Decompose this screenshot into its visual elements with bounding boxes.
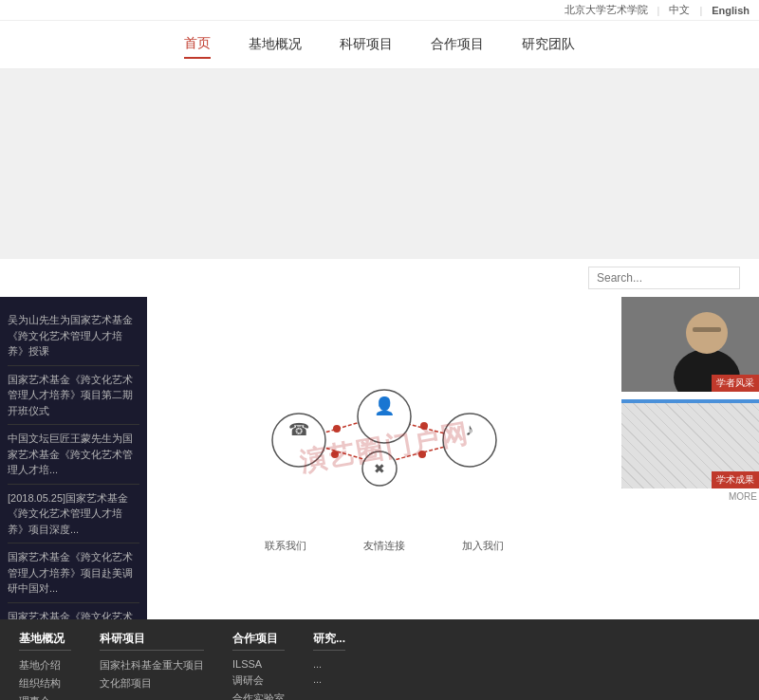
news-item-1[interactable]: 吴为山先生为国家艺术基金《跨文化艺术管理人才培养》授课 [8, 306, 139, 366]
nav-home[interactable]: 首页 [184, 30, 211, 59]
svg-text:♪: ♪ [466, 420, 474, 439]
svg-point-14 [331, 451, 339, 458]
footer-col3-item2[interactable]: 调研会 [232, 672, 285, 690]
footer-col1-title: 基地概况 [19, 631, 71, 651]
footer-col1-item2[interactable]: 组织结构 [19, 674, 71, 692]
svg-point-15 [420, 422, 428, 430]
news-item-3[interactable]: 中国文坛巨匠王蒙先生为国家艺术基金《跨文化艺术管理人才培... [8, 425, 139, 485]
footer-col-3: 合作项目 ILSSA 调研会 合作实验室 [232, 631, 285, 700]
svg-text:👤: 👤 [374, 396, 396, 416]
school-link[interactable]: 北京大学艺术学院 [565, 3, 648, 17]
academic-texture: 学术成果 [621, 403, 759, 488]
footer-col3-item1[interactable]: ILSSA [232, 656, 285, 672]
svg-rect-20 [693, 327, 721, 332]
footer-col3-title: 合作项目 [232, 631, 285, 651]
footer-col4-title: 研究... [313, 631, 345, 651]
footer-col2-item1[interactable]: 国家社科基金重大项目 [100, 656, 204, 674]
network-diagram-area: 演艺圈门户网 ☎ 👤 ✖ ♪ [147, 297, 621, 600]
network-label-link[interactable]: 友情连接 [363, 539, 405, 553]
network-label-join[interactable]: 加入我们 [462, 539, 504, 553]
footer-col-2: 科研项目 国家社科基金重大项目 文化部项目 [100, 631, 204, 700]
network-label-contact[interactable]: 联系我们 [265, 539, 306, 553]
scholar-photo: 学者风采 [621, 297, 759, 392]
main-content: 吴为山先生为国家艺术基金《跨文化艺术管理人才培养》授课 国家艺术基金《跨文化艺术… [0, 297, 759, 619]
nav-cooperation[interactable]: 合作项目 [431, 31, 484, 58]
footer-col4-list: ... ... [313, 656, 345, 687]
footer-col-1: 基地概况 基地介绍 组织结构 理事会 学术委员会 [19, 631, 71, 700]
footer-col3-list: ILSSA 调研会 合作实验室 [232, 656, 285, 700]
footer-col4-item1[interactable]: ... [313, 656, 345, 672]
network-svg: ☎ 👤 ✖ ♪ [204, 345, 565, 535]
svg-point-19 [686, 312, 728, 354]
footer-col2-title: 科研项目 [100, 631, 204, 651]
footer-col1-list: 基地介绍 组织结构 理事会 学术委员会 [19, 656, 71, 700]
news-item-5[interactable]: 国家艺术基金《跨文化艺术管理人才培养》项目赴美调研中国对... [8, 543, 139, 603]
news-item-4[interactable]: [2018.05.25]国家艺术基金《跨文化艺术管理人才培养》项目深度... [8, 485, 139, 544]
footer-top: 基地概况 基地介绍 组织结构 理事会 学术委员会 科研项目 国家社科基金重大项目… [0, 619, 759, 700]
right-more-button[interactable]: MORE [621, 488, 759, 505]
news-item-2[interactable]: 国家艺术基金《跨文化艺术管理人才培养》项目第二期开班仪式 [8, 366, 139, 426]
footer-col4-item2[interactable]: ... [313, 672, 345, 687]
main-nav: 首页 基地概况 科研项目 合作项目 研究团队 [0, 21, 759, 69]
separator: | [657, 5, 660, 16]
nav-base[interactable]: 基地概况 [249, 31, 302, 58]
search-input[interactable] [588, 267, 740, 289]
search-bar-container [0, 259, 759, 297]
svg-point-16 [418, 451, 426, 458]
footer-col1-item3[interactable]: 理事会 [19, 692, 71, 700]
center-area: 演艺圈门户网 ☎ 👤 ✖ ♪ [147, 297, 621, 619]
nav-team[interactable]: 研究团队 [522, 31, 575, 58]
svg-point-13 [333, 425, 341, 433]
scholar-label: 学者风采 [712, 375, 759, 392]
lang-cn-button[interactable]: 中文 [669, 3, 690, 17]
network-labels: 联系我们 友情连接 加入我们 [265, 539, 504, 553]
nav-research[interactable]: 科研项目 [340, 31, 393, 58]
svg-text:☎: ☎ [288, 420, 309, 439]
separator2: | [699, 5, 702, 16]
footer-col2-list: 国家社科基金重大项目 文化部项目 [100, 656, 204, 692]
lang-en-button[interactable]: English [712, 5, 750, 16]
footer-col2-item2[interactable]: 文化部项目 [100, 674, 204, 692]
academic-label: 学术成果 [712, 471, 759, 488]
left-sidebar: 吴为山先生为国家艺术基金《跨文化艺术管理人才培养》授课 国家艺术基金《跨文化艺术… [0, 297, 147, 619]
svg-text:✖: ✖ [374, 461, 385, 476]
footer-col3-item3[interactable]: 合作实验室 [232, 690, 285, 700]
news-item-6[interactable]: 国家艺术基金《跨文化艺术管理... [8, 603, 139, 620]
hero-banner [0, 69, 759, 259]
footer-col1-item1[interactable]: 基地介绍 [19, 656, 71, 674]
footer-col-4: 研究... ... ... [313, 631, 345, 700]
right-sidebar: 学者风采 学术成果 MORE [621, 297, 759, 619]
top-bar: 北京大学艺术学院 | 中文 | English [0, 0, 759, 21]
